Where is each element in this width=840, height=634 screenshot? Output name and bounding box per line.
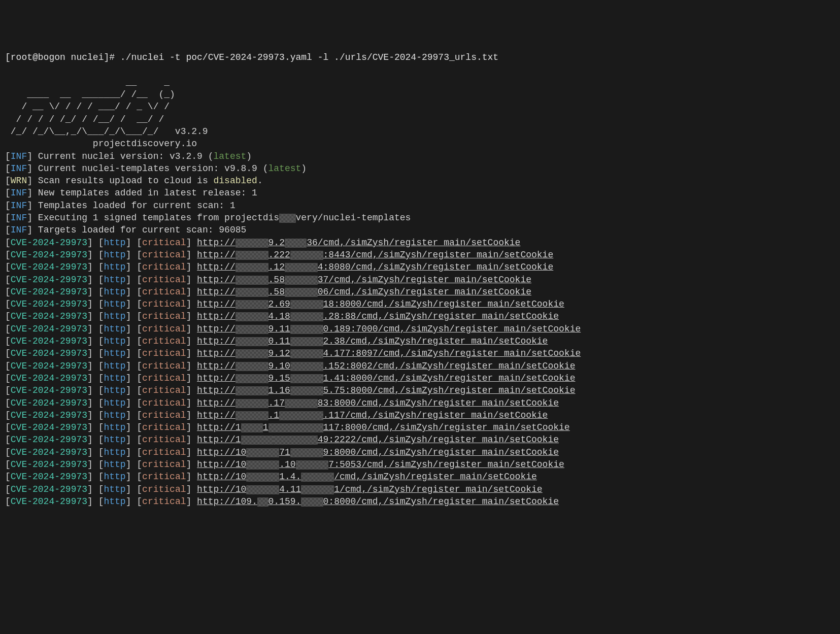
redacted-ip [236, 337, 268, 346]
scan-result-line: [CVE-2024-29973] [http] [critical] http:… [5, 360, 835, 372]
redacted-ip [285, 399, 318, 408]
ascii-banner-line: / __ \/ / / / ___/ / _ \/ / [5, 101, 835, 113]
ascii-banner-line: ____ __ _______/ /__ (_) [5, 88, 835, 101]
scan-result-line: [CVE-2024-29973] [http] [critical] http:… [5, 347, 835, 359]
log-info-line: [INF] Current nuclei version: v3.2.9 (la… [5, 150, 835, 162]
redacted-ip [285, 276, 318, 285]
redacted-ip [274, 436, 317, 445]
redacted-ip [285, 288, 318, 297]
redacted-ip [290, 349, 323, 358]
scan-result-line: [CVE-2024-29973] [http] [critical] http:… [5, 446, 835, 458]
redacted-ip [301, 473, 334, 482]
scan-result-line: [CVE-2024-29973] [http] [critical] http:… [5, 384, 835, 396]
redacted-ip [290, 312, 323, 321]
ascii-banner-line: /_/ /_/\__,_/\___/_/\___/_/ v3.2.9 [5, 125, 835, 138]
log-info-line: [INF] Templates loaded for current scan:… [5, 199, 835, 212]
redacted-ip [236, 362, 268, 371]
redacted-ip [290, 251, 323, 260]
scan-result-line: [CVE-2024-29973] [http] [critical] http:… [5, 471, 835, 483]
scan-result-line: [CVE-2024-29973] [http] [critical] http:… [5, 421, 835, 433]
log-info-line: [WRN] Scan results upload to cloud is di… [5, 175, 835, 187]
redacted-ip [236, 312, 268, 321]
redacted-ip [290, 386, 323, 395]
log-info-line: [INF] Current nuclei-templates version: … [5, 162, 835, 175]
redacted-ip [236, 276, 268, 285]
redacted-ip [236, 386, 268, 395]
redacted-ip [279, 411, 323, 420]
redacted-ip [236, 251, 268, 260]
scan-result-line: [CVE-2024-29973] [http] [critical] http:… [5, 286, 835, 298]
scan-result-line: [CVE-2024-29973] [http] [critical] http:… [5, 433, 835, 446]
redacted-ip [236, 239, 268, 248]
redacted-ip [246, 485, 279, 494]
log-info-line: [INF] Targets loaded for current scan: 9… [5, 224, 835, 236]
scan-result-line: [CVE-2024-29973] [http] [critical] http:… [5, 249, 835, 261]
scan-result-line: [CVE-2024-29973] [http] [critical] http:… [5, 483, 835, 495]
redacted-ip [241, 423, 263, 432]
scan-result-line: [CVE-2024-29973] [http] [critical] http:… [5, 458, 835, 471]
redacted-ip [236, 288, 268, 297]
log-info-line: [INF] New templates added in latest rele… [5, 187, 835, 199]
terminal-output: [root@bogon nuclei]# ./nuclei -t poc/CVE… [5, 51, 835, 508]
redacted-ip [236, 325, 268, 334]
redacted-ip [236, 399, 268, 408]
redacted-ip [268, 423, 323, 432]
scan-result-line: [CVE-2024-29973] [http] [critical] http:… [5, 310, 835, 322]
redacted-ip [236, 300, 268, 309]
redacted-ip [285, 239, 307, 248]
redacted-ip [290, 362, 323, 371]
redacted-ip [301, 485, 334, 494]
redacted-ip [301, 497, 323, 507]
redacted-ip [290, 374, 323, 383]
redacted-ip [285, 263, 318, 272]
redacted-ip [290, 300, 323, 309]
scan-result-line: [CVE-2024-29973] [http] [critical] http:… [5, 409, 835, 421]
scan-result-line: [CVE-2024-29973] [http] [critical] http:… [5, 397, 835, 409]
redacted-ip [236, 263, 268, 272]
scan-result-line: [CVE-2024-29973] [http] [critical] http:… [5, 298, 835, 310]
scan-result-line: [CVE-2024-29973] [http] [critical] http:… [5, 274, 835, 286]
redacted-ip [290, 337, 323, 346]
redacted-ip [290, 325, 323, 334]
command-prompt-line: [root@bogon nuclei]# ./nuclei -t poc/CVE… [5, 51, 835, 63]
redacted-ip [290, 448, 323, 457]
redacted-ip [236, 374, 268, 383]
scan-result-line: [CVE-2024-29973] [http] [critical] http:… [5, 335, 835, 347]
scan-result-line: [CVE-2024-29973] [http] [critical] http:… [5, 237, 835, 249]
log-info-line: [INF] Executing 1 signed templates from … [5, 212, 835, 224]
ascii-banner-line: / / / / /_/ / /__/ / __/ / [5, 113, 835, 125]
ascii-banner-line: __ _ [5, 76, 835, 88]
scan-result-line: [CVE-2024-29973] [http] [critical] http:… [5, 495, 835, 508]
redacted-ip [236, 349, 268, 358]
redacted-ip [279, 214, 295, 223]
redacted-ip [236, 411, 268, 420]
redacted-ip [246, 448, 279, 457]
ascii-banner-line: projectdiscovery.io [5, 138, 835, 150]
redacted-ip [296, 460, 329, 470]
scan-result-line: [CVE-2024-29973] [http] [critical] http:… [5, 372, 835, 384]
redacted-ip [257, 497, 268, 507]
redacted-ip [246, 473, 279, 482]
scan-result-line: [CVE-2024-29973] [http] [critical] http:… [5, 261, 835, 273]
scan-result-line: [CVE-2024-29973] [http] [critical] http:… [5, 323, 835, 335]
redacted-ip [241, 436, 274, 445]
redacted-ip [246, 460, 279, 470]
